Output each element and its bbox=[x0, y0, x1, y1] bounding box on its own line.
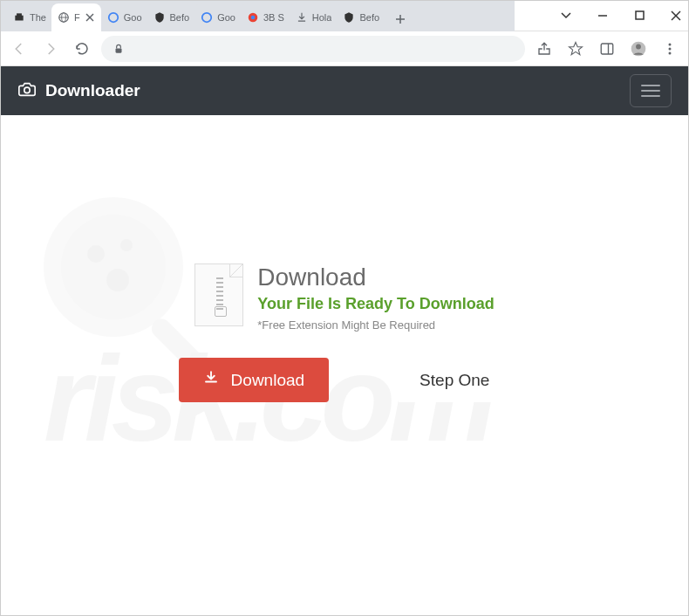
maximize-button[interactable] bbox=[633, 10, 645, 22]
download-card: Download Your File Is Ready To Download … bbox=[0, 115, 689, 402]
new-tab-button[interactable] bbox=[388, 7, 413, 31]
tab-label: The bbox=[30, 12, 46, 23]
svg-rect-14 bbox=[636, 11, 644, 19]
svg-point-10 bbox=[251, 16, 256, 20]
tab-4[interactable]: Goo bbox=[194, 3, 241, 31]
minimize-button[interactable] bbox=[597, 10, 609, 22]
page-header: Downloader bbox=[0, 66, 689, 115]
globe-icon bbox=[57, 10, 71, 24]
shield-icon bbox=[153, 10, 167, 24]
chrome-icon bbox=[246, 10, 260, 24]
tab-label: Goo bbox=[124, 12, 142, 23]
brand-label: Downloader bbox=[45, 81, 140, 100]
lock-icon bbox=[112, 42, 126, 56]
card-subtitle: Your File Is Ready To Download bbox=[257, 295, 494, 313]
address-bar[interactable] bbox=[101, 36, 525, 62]
menu-button[interactable] bbox=[658, 37, 682, 61]
svg-point-8 bbox=[202, 13, 212, 23]
url-input[interactable] bbox=[133, 42, 515, 55]
zip-file-icon bbox=[194, 264, 243, 326]
tab-5[interactable]: 3B S bbox=[241, 3, 290, 31]
download-button[interactable]: Download bbox=[179, 358, 330, 402]
browser-tabs: The F Goo Befo Goo 3B S Hola Befo bbox=[0, 0, 515, 31]
tab-label: F bbox=[74, 12, 80, 23]
svg-point-7 bbox=[108, 13, 118, 23]
close-icon[interactable] bbox=[84, 11, 96, 24]
download-button-label: Download bbox=[231, 371, 305, 390]
svg-rect-17 bbox=[116, 48, 122, 52]
svg-point-23 bbox=[669, 47, 672, 50]
step-one-button[interactable]: Step One bbox=[399, 359, 510, 402]
forward-button[interactable] bbox=[38, 37, 63, 61]
hamburger-icon bbox=[641, 85, 660, 97]
sidepanel-button[interactable] bbox=[595, 37, 619, 61]
tab-label: 3B S bbox=[263, 12, 284, 23]
svg-point-24 bbox=[669, 51, 672, 54]
toolbar bbox=[0, 31, 689, 66]
tab-7[interactable]: Befo bbox=[337, 3, 385, 31]
download-icon bbox=[203, 370, 219, 390]
camera-icon bbox=[17, 79, 37, 103]
step-button-label: Step One bbox=[420, 371, 489, 389]
page-content: Downloader risk.com Download Your File I… bbox=[0, 66, 689, 616]
tab-6[interactable]: Hola bbox=[290, 3, 338, 31]
profile-button[interactable] bbox=[626, 37, 651, 61]
tab-2[interactable]: Goo bbox=[101, 3, 147, 31]
svg-rect-18 bbox=[601, 44, 613, 54]
printer-icon bbox=[12, 10, 26, 24]
tab-label: Befo bbox=[170, 12, 190, 23]
card-note: *Free Extension Might Be Required bbox=[257, 318, 494, 332]
brand[interactable]: Downloader bbox=[17, 79, 140, 103]
google-icon bbox=[200, 10, 214, 24]
svg-point-21 bbox=[636, 44, 641, 49]
card-title: Download bbox=[257, 264, 494, 291]
hamburger-button[interactable] bbox=[630, 74, 672, 107]
back-button[interactable] bbox=[7, 37, 31, 61]
close-window-button[interactable] bbox=[670, 10, 682, 22]
svg-point-22 bbox=[669, 43, 672, 45]
tab-3[interactable]: Befo bbox=[147, 3, 195, 31]
share-button[interactable] bbox=[532, 37, 556, 61]
tab-0[interactable]: The bbox=[7, 3, 51, 31]
svg-rect-0 bbox=[15, 16, 23, 21]
tab-label: Befo bbox=[359, 12, 379, 23]
tab-1[interactable]: F bbox=[51, 3, 101, 31]
bookmark-button[interactable] bbox=[563, 37, 588, 61]
svg-rect-1 bbox=[17, 13, 22, 16]
tab-label: Goo bbox=[217, 12, 235, 23]
reload-button[interactable] bbox=[70, 37, 94, 61]
download-icon bbox=[295, 10, 309, 24]
svg-point-25 bbox=[24, 87, 30, 92]
tab-label: Hola bbox=[312, 12, 332, 23]
shield-icon bbox=[342, 10, 356, 24]
window-dropdown-button[interactable] bbox=[560, 10, 572, 22]
google-icon bbox=[106, 10, 120, 24]
